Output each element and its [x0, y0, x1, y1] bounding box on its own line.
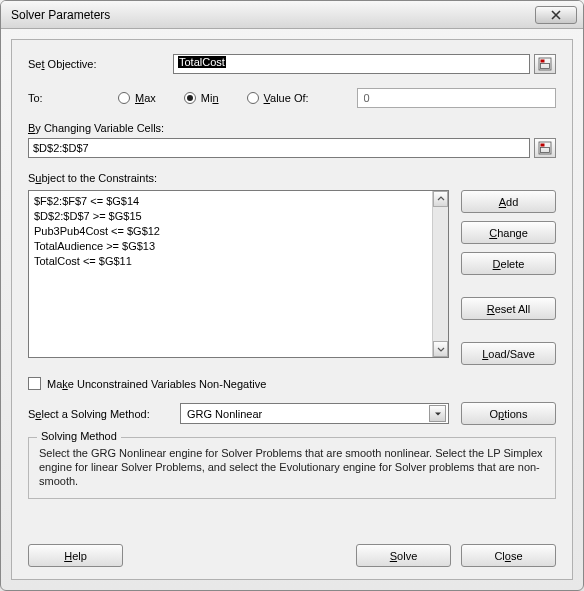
range-picker-icon: [538, 141, 552, 155]
nonneg-checkbox-row[interactable]: Make Unconstrained Variables Non-Negativ…: [28, 377, 556, 390]
constraint-item[interactable]: TotalCost <= $G$11: [34, 254, 427, 269]
constraints-label: Subject to the Constraints:: [28, 172, 556, 184]
constraints-scrollbar[interactable]: [432, 191, 448, 357]
constraints-list-content: $F$2:$F$7 <= $G$14$D$2:$D$7 >= $G$15Pub3…: [29, 191, 432, 357]
svg-rect-2: [541, 64, 550, 69]
window-close-button[interactable]: [535, 6, 577, 24]
titlebar[interactable]: Solver Parameters: [1, 1, 583, 29]
changing-range-picker-button[interactable]: [534, 138, 556, 158]
changing-label: By Changing Variable Cells:: [28, 122, 556, 134]
value-of-input[interactable]: [357, 88, 556, 108]
dialog-button-row: Help Solve Close: [28, 528, 556, 567]
delete-button[interactable]: Delete: [461, 252, 556, 275]
solve-button[interactable]: Solve: [356, 544, 451, 567]
constraint-item[interactable]: TotalAudience >= $G$13: [34, 239, 427, 254]
solving-method-label: Select a Solving Method:: [28, 408, 168, 420]
constraints-listbox[interactable]: $F$2:$F$7 <= $G$14$D$2:$D$7 >= $G$15Pub3…: [28, 190, 449, 358]
scroll-track[interactable]: [433, 207, 448, 341]
changing-cells-input[interactable]: [28, 138, 530, 158]
scroll-up-button[interactable]: [433, 191, 448, 207]
scroll-down-button[interactable]: [433, 341, 448, 357]
radio-max[interactable]: Max: [118, 92, 156, 104]
constraint-buttons: Add Change Delete Reset All Load/Save: [461, 190, 556, 365]
solving-method-dropdown[interactable]: GRG Nonlinear: [180, 403, 449, 424]
range-picker-icon: [538, 57, 552, 71]
chevron-up-icon: [437, 195, 445, 203]
radio-value-of[interactable]: Value Of:: [247, 92, 309, 104]
objective-input[interactable]: TotalCost: [173, 54, 530, 74]
nonneg-checkbox-label: Make Unconstrained Variables Non-Negativ…: [47, 378, 266, 390]
change-button[interactable]: Change: [461, 221, 556, 244]
radio-max-circle: [118, 92, 130, 104]
solving-method-help-text: Select the GRG Nonlinear engine for Solv…: [39, 446, 545, 488]
constraint-item[interactable]: Pub3Pub4Cost <= $G$12: [34, 224, 427, 239]
objective-row: Set Objective: TotalCost: [28, 54, 556, 74]
svg-rect-4: [541, 144, 545, 147]
solving-method-value: GRG Nonlinear: [187, 408, 429, 420]
objective-range-picker-button[interactable]: [534, 54, 556, 74]
chevron-down-icon: [434, 410, 442, 418]
options-button[interactable]: Options: [461, 402, 556, 425]
radio-min-circle: [184, 92, 196, 104]
add-button[interactable]: Add: [461, 190, 556, 213]
svg-rect-1: [541, 60, 545, 63]
svg-rect-5: [541, 148, 550, 153]
dialog-body: Set Objective: TotalCost To:: [11, 39, 573, 580]
to-row: To: Max Min Value Of:: [28, 88, 556, 108]
close-icon: [551, 10, 561, 20]
constraint-item[interactable]: $D$2:$D$7 >= $G$15: [34, 209, 427, 224]
solver-parameters-window: Solver Parameters Set Objective: TotalCo…: [0, 0, 584, 591]
groupbox-legend: Solving Method: [37, 430, 121, 442]
close-button[interactable]: Close: [461, 544, 556, 567]
window-title: Solver Parameters: [11, 8, 535, 22]
solving-method-row: Select a Solving Method: GRG Nonlinear O…: [28, 402, 556, 425]
constraint-item[interactable]: $F$2:$F$7 <= $G$14: [34, 194, 427, 209]
solving-method-groupbox: Solving Method Select the GRG Nonlinear …: [28, 437, 556, 499]
reset-all-button[interactable]: Reset All: [461, 297, 556, 320]
nonneg-checkbox[interactable]: [28, 377, 41, 390]
load-save-button[interactable]: Load/Save: [461, 342, 556, 365]
objective-label: Set Objective:: [28, 58, 173, 70]
radio-min[interactable]: Min: [184, 92, 219, 104]
chevron-down-icon: [437, 345, 445, 353]
help-button[interactable]: Help: [28, 544, 123, 567]
to-label: To:: [28, 92, 78, 104]
dropdown-button[interactable]: [429, 405, 446, 422]
radio-valueof-circle: [247, 92, 259, 104]
objective-value-selected: TotalCost: [178, 56, 226, 68]
